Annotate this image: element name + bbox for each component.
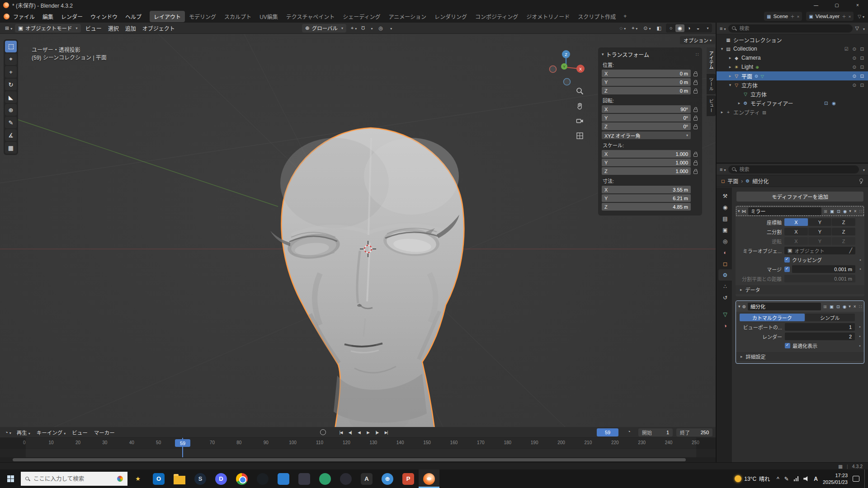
xray-toggle-icon[interactable]: ◧ xyxy=(656,25,663,31)
eyedropper-icon[interactable]: ╱ xyxy=(849,248,852,253)
scene-selector[interactable]: ▦ Scene ＋ × xyxy=(764,12,802,21)
lock-icon[interactable] xyxy=(693,123,698,129)
bisect-axis-button[interactable]: Z xyxy=(832,228,855,235)
viewport-3d[interactable]: ユーザー・透視投影 (59) シーンコレクション | 平面 ⌖ xyxy=(0,34,716,427)
properties-search[interactable] xyxy=(728,165,859,174)
proportional-falloff-dropdown[interactable] xyxy=(387,25,393,31)
maximize-button[interactable]: ▢ xyxy=(826,0,847,10)
lock-icon[interactable] xyxy=(693,115,698,121)
ime-indicator[interactable]: A xyxy=(814,476,818,482)
jump-to-end-button[interactable]: ▶| xyxy=(382,428,390,436)
lock-icon[interactable] xyxy=(693,88,698,94)
properties-tab-render[interactable]: ◉ xyxy=(718,202,732,213)
outliner-row-camera[interactable]: ▸ ◆ Camera ⊙ ⊡ xyxy=(717,53,868,62)
workspace-tab-shading[interactable]: シェーディング xyxy=(339,11,384,22)
tool-scale[interactable]: ◣ xyxy=(5,91,17,103)
rotation-mode-dropdown[interactable]: XYZ オイラー角 xyxy=(602,131,691,139)
data-subpanel[interactable]: ▸データ xyxy=(736,285,864,294)
taskbar-app-blue-tile[interactable] xyxy=(273,469,294,488)
visibility-toggle-icons[interactable]: ⊙ ⊡ xyxy=(852,56,865,61)
taskbar-app-dark-circle[interactable] xyxy=(335,469,356,488)
breadcrumb-modifier[interactable]: 細分化 xyxy=(752,177,769,185)
optimal-display-checkbox[interactable] xyxy=(785,343,790,348)
scale-field-row[interactable]: Z1.000 xyxy=(602,167,698,175)
location-field-row[interactable]: Z0 m xyxy=(602,87,698,94)
render-toggle-icon[interactable]: ◉ xyxy=(843,209,847,214)
timeline-ruler[interactable]: 0102030405060708090100110120130140150160… xyxy=(0,438,716,448)
shading-wireframe-icon[interactable]: ○ xyxy=(666,24,675,32)
lock-icon[interactable] xyxy=(693,151,698,157)
on-cage-toggle-icon[interactable]: ⊞ xyxy=(823,209,828,214)
timeline-menu-keying[interactable]: キーイング xyxy=(33,429,69,436)
tool-annotate[interactable]: ✎ xyxy=(5,117,17,128)
frame-start-field[interactable]: 開始1 xyxy=(638,428,673,436)
bisect-axis-button[interactable]: X xyxy=(784,228,808,235)
workspace-tab-geometry-nodes[interactable]: ジオメトリノード xyxy=(522,11,574,22)
workspace-tab-uv-editing[interactable]: UV編集 xyxy=(255,11,282,22)
frame-end-field[interactable]: 終了250 xyxy=(676,428,712,436)
modifier-extras-dropdown[interactable]: ▾ xyxy=(849,209,851,213)
filter-funnel-icon[interactable]: ▽ xyxy=(855,25,859,31)
outliner-row-scene-collection[interactable]: ▦ シーンコレクション xyxy=(717,35,868,44)
proportional-editing-icon[interactable]: ◎ xyxy=(377,25,385,31)
outliner-row-light[interactable]: ▸ ☀ Light ⊕ ⊙ ⊡ xyxy=(717,62,868,71)
collapse-caret-icon[interactable]: ▾ xyxy=(602,52,604,56)
ortho-grid-icon[interactable] xyxy=(574,130,585,141)
delete-modifier-icon[interactable]: × xyxy=(853,304,857,309)
visibility-dropdown-icon[interactable]: ◌ xyxy=(618,25,627,31)
viewport-menu-select[interactable]: 選択 xyxy=(105,24,122,32)
outliner-row-collection[interactable]: ▾ ▤ Collection ☑ ⊙ ⊡ xyxy=(717,44,868,53)
visibility-toggle-icons[interactable]: ☑ ⊙ ⊡ xyxy=(844,47,865,52)
location-field-row[interactable]: Y0 m xyxy=(602,78,698,86)
editor-type-icon[interactable]: ⊞ xyxy=(4,25,14,31)
expand-caret-icon[interactable]: ▸ xyxy=(736,101,742,105)
properties-tab-physics[interactable]: ↺ xyxy=(718,292,732,303)
taskbar-app-letter-a[interactable]: A xyxy=(356,469,377,488)
taskbar-app-chrome[interactable] xyxy=(231,469,252,488)
rotation-field-row[interactable]: Z0° xyxy=(602,122,698,130)
hidden-icons-caret[interactable]: ^ xyxy=(777,476,779,482)
outliner-row-cube-data[interactable]: ▽ 立方体 xyxy=(717,89,868,99)
add-modifier-button[interactable]: モディファイアーを追加 xyxy=(736,192,863,202)
zoom-icon[interactable] xyxy=(574,85,585,96)
properties-options-dropdown[interactable] xyxy=(862,167,865,172)
shading-options-dropdown[interactable] xyxy=(703,24,712,32)
jump-to-start-button[interactable]: |◀ xyxy=(337,428,345,436)
minimize-button[interactable]: — xyxy=(806,0,826,10)
camera-view-icon[interactable] xyxy=(574,115,585,126)
visibility-toggle-icons[interactable]: ⊡ ◉ xyxy=(824,101,837,106)
catmull-clark-button[interactable]: カトマルクラーク xyxy=(740,314,805,321)
pen-tray-icon[interactable]: ✎ xyxy=(784,476,789,482)
menu-help[interactable]: ヘルプ xyxy=(122,11,145,22)
outliner-options-dropdown[interactable] xyxy=(862,26,865,31)
lock-icon[interactable] xyxy=(693,168,698,174)
panel-grip-icon[interactable]: ∷ xyxy=(696,52,698,57)
npanel-tab-item[interactable]: アイテム xyxy=(707,47,716,73)
shading-rendered-icon[interactable]: ◒ xyxy=(693,24,703,32)
modifier-name-field[interactable]: ミラー xyxy=(748,207,822,215)
taskbar-app-outlook[interactable]: O xyxy=(148,469,169,488)
expand-caret-icon[interactable]: ▸ xyxy=(727,74,733,78)
blender-menu-icon[interactable] xyxy=(4,14,9,19)
transform-orientation-selector[interactable]: ⊕グローバル xyxy=(302,24,346,33)
taskbar-app-powerpoint[interactable]: P xyxy=(398,469,419,488)
scale-field-row[interactable]: Y1.000 xyxy=(602,159,698,166)
timeline-menu-marker[interactable]: マーカー xyxy=(91,429,118,436)
scrollbar-thumb[interactable] xyxy=(13,458,686,461)
timeline-scrollbar[interactable] xyxy=(0,457,716,462)
gizmo-neg-x[interactable] xyxy=(550,66,557,73)
properties-tab-world[interactable]: ◐ xyxy=(718,247,732,258)
delete-modifier-icon[interactable]: × xyxy=(853,209,858,214)
viewlayer-selector[interactable]: ▣ ViewLayer ＋ × xyxy=(806,12,854,21)
taskbar-app-github[interactable] xyxy=(252,469,273,488)
outliner-row-cube[interactable]: ▾ ▽ 立方体 ⊙ ⊡ xyxy=(717,80,868,89)
workspace-tab-texture-paint[interactable]: テクスチャペイント xyxy=(282,11,339,22)
visibility-toggle-icons[interactable]: ⊙ ⊡ xyxy=(852,74,865,79)
tool-select-box[interactable] xyxy=(5,41,17,52)
location-field-row[interactable]: X0 m xyxy=(602,70,698,77)
taskbar-search[interactable] xyxy=(21,472,127,486)
mirror-axis-button[interactable]: X xyxy=(784,218,808,226)
dimension-field-row[interactable]: Y6.21 m xyxy=(602,194,698,202)
options-button[interactable]: オプション xyxy=(680,36,715,44)
properties-tab-tool[interactable]: ⚒ xyxy=(718,190,732,202)
